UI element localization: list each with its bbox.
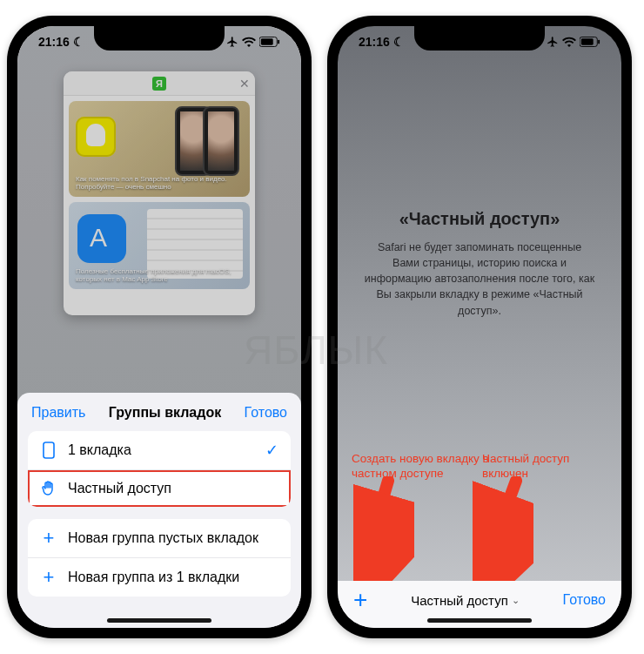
row-new-empty-label: Новая группа пустых вкладок bbox=[68, 530, 258, 546]
status-right bbox=[226, 36, 280, 48]
private-title: «Частный доступ» bbox=[364, 209, 595, 229]
sheet-title: Группы вкладок bbox=[109, 405, 221, 421]
group-existing: 1 вкладка ✓ Частный доступ bbox=[28, 431, 291, 507]
row-private-label: Частный доступ bbox=[68, 481, 171, 496]
row-tabs-label: 1 вкладка bbox=[68, 442, 131, 458]
svg-rect-2 bbox=[278, 40, 279, 44]
plus-icon: + bbox=[40, 568, 57, 587]
arrow-icon bbox=[473, 476, 533, 581]
battery-icon bbox=[259, 37, 280, 47]
row-new-from-label: Новая группа из 1 вкладки bbox=[68, 570, 239, 585]
new-tab-button[interactable]: + bbox=[353, 588, 367, 612]
status-time: 21:16 ☾ bbox=[38, 35, 84, 49]
phone-right: 21:16 ☾ «Частный доступ» Safari не будет… bbox=[327, 16, 632, 638]
bottom-toolbar: + Частный доступ ⌄ Готово bbox=[338, 581, 621, 628]
notch bbox=[94, 26, 225, 51]
row-new-from[interactable]: + Новая группа из 1 вкладки bbox=[28, 557, 291, 597]
row-tabs[interactable]: 1 вкладка ✓ bbox=[28, 431, 291, 469]
private-mode-info: «Частный доступ» Safari не будет запомин… bbox=[338, 209, 621, 319]
done-button[interactable]: Готово bbox=[563, 592, 606, 608]
done-button[interactable]: Готово bbox=[245, 405, 287, 421]
notch bbox=[414, 26, 545, 51]
plus-icon: + bbox=[40, 529, 57, 548]
svg-rect-5 bbox=[581, 38, 594, 44]
private-body: Safari не будет запоминать посещенные Ва… bbox=[364, 239, 595, 319]
check-icon: ✓ bbox=[265, 441, 278, 460]
home-indicator bbox=[427, 618, 532, 623]
tabs-icon bbox=[40, 442, 57, 459]
wifi-icon bbox=[242, 37, 256, 47]
annotation-enabled: Частный доступ включен bbox=[482, 452, 604, 482]
airplane-icon bbox=[226, 36, 238, 48]
svg-rect-3 bbox=[44, 442, 54, 458]
svg-rect-1 bbox=[261, 38, 273, 44]
screen-right: 21:16 ☾ «Частный доступ» Safari не будет… bbox=[338, 26, 621, 628]
row-new-empty[interactable]: + Новая группа пустых вкладок bbox=[28, 519, 291, 557]
annotation-create: Создать новую вкладку в частном доступе bbox=[352, 452, 500, 482]
row-private[interactable]: Частный доступ bbox=[28, 469, 291, 507]
chevron-down-icon: ⌄ bbox=[512, 595, 520, 606]
status-time: 21:16 ☾ bbox=[359, 35, 405, 49]
group-new: + Новая группа пустых вкладок + Новая гр… bbox=[28, 519, 291, 597]
tab-group-selector[interactable]: Частный доступ ⌄ bbox=[411, 593, 520, 608]
home-indicator bbox=[107, 618, 211, 623]
status-right bbox=[547, 36, 600, 48]
battery-icon bbox=[580, 37, 600, 47]
airplane-icon bbox=[547, 36, 559, 48]
arrow-icon bbox=[353, 476, 414, 581]
svg-rect-6 bbox=[598, 40, 600, 44]
tab-group-label: Частный доступ bbox=[411, 593, 508, 608]
screen-left: 21:16 ☾ Я ✕ Как поменять пол в Snapchat … bbox=[17, 26, 301, 628]
tab-groups-sheet: Править Группы вкладок Готово 1 вкладка … bbox=[17, 393, 301, 628]
hand-icon bbox=[40, 480, 57, 497]
phone-left: 21:16 ☾ Я ✕ Как поменять пол в Snapchat … bbox=[7, 16, 312, 638]
edit-button[interactable]: Править bbox=[31, 405, 85, 421]
wifi-icon bbox=[562, 37, 576, 47]
